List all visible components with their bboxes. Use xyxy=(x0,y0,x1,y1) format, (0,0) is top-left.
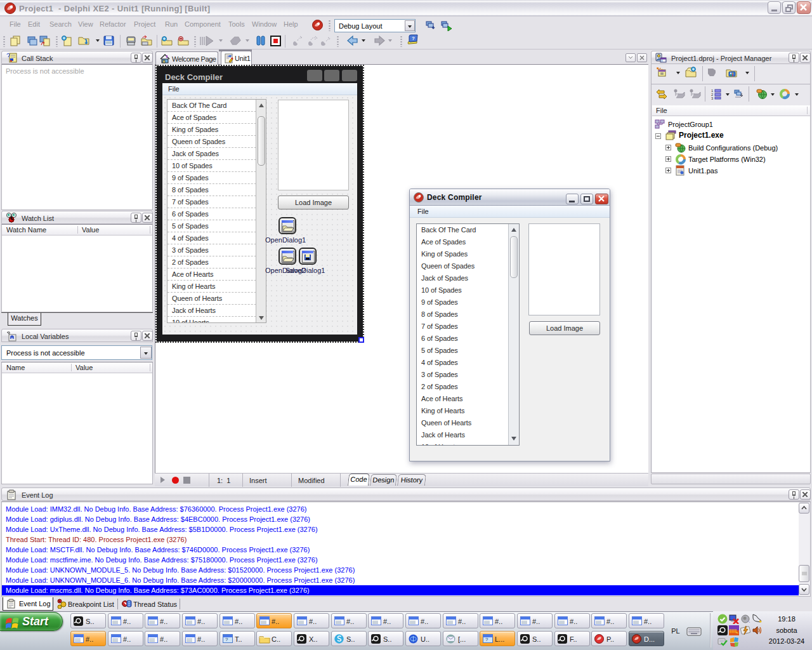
svg-text:?: ? xyxy=(412,36,415,41)
svg-text:3: 3 xyxy=(711,96,714,100)
